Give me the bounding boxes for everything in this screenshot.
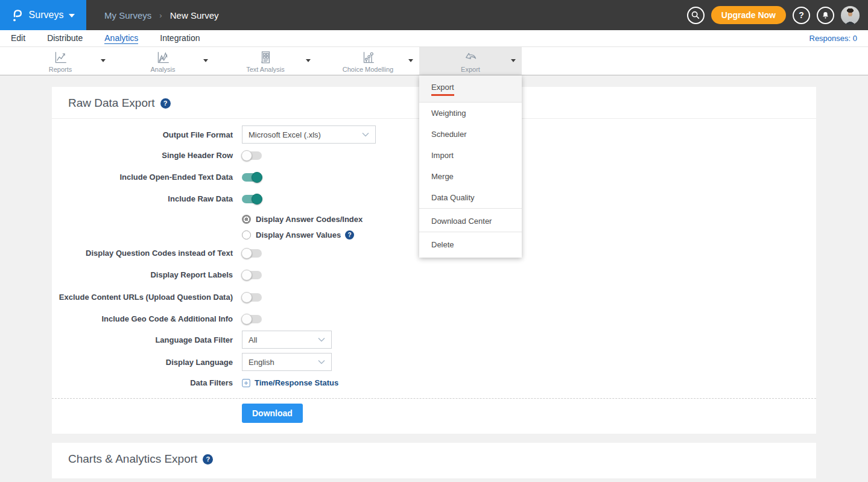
toolbar-label: Export [461, 66, 480, 73]
toolbar-analysis[interactable]: Analysis [112, 47, 214, 75]
menu-item-import[interactable]: Import [419, 145, 522, 166]
menu-item-data-quality[interactable]: Data Quality [419, 187, 522, 208]
chevron-down-icon [318, 337, 325, 342]
section-title: Charts & Analytics Export [68, 452, 197, 466]
help-icon[interactable]: ? [203, 454, 213, 465]
export-arrow-icon [463, 49, 478, 65]
toggle-knob [241, 248, 252, 259]
menu-item-weighting[interactable]: Weighting [419, 103, 522, 124]
menu-item-merge[interactable]: Merge [419, 166, 522, 187]
upgrade-now-button[interactable]: Upgrade Now [711, 6, 786, 24]
toolbar-reports[interactable]: Reports [9, 47, 112, 75]
tab-distribute[interactable]: Distribute [47, 33, 83, 44]
text-analysis-icon [258, 49, 273, 65]
chevron-down-icon [69, 14, 75, 17]
export-dropdown-menu: Export Weighting Scheduler Import Merge … [419, 75, 522, 258]
language-filter-row: Language Data Filter All [52, 331, 816, 349]
questionpro-logo-icon [11, 8, 24, 23]
open-ended-toggle[interactable] [242, 173, 262, 182]
exclude-urls-toggle[interactable] [242, 293, 262, 302]
download-row: Download [52, 399, 816, 434]
field-label: Include Raw Data [52, 194, 233, 203]
topbar-actions: Upgrade Now ? [687, 0, 868, 30]
menu-item-download-center[interactable]: Download Center [419, 208, 522, 232]
user-avatar[interactable] [841, 6, 860, 25]
radio-label: Display Answer Codes/Index [256, 215, 363, 224]
tab-integration[interactable]: Integration [160, 33, 200, 44]
toolbar-label: Text Analysis [246, 66, 285, 73]
field-label: Data Filters [52, 378, 233, 387]
tab-edit[interactable]: Edit [11, 33, 25, 44]
report-labels-toggle[interactable] [242, 271, 262, 279]
field-label: Display Report Labels [52, 270, 233, 279]
toolbar-label: Reports [49, 66, 72, 73]
toggle-knob [252, 172, 262, 183]
bell-icon [821, 11, 830, 20]
field-label: Language Data Filter [52, 335, 233, 344]
chevron-down-icon [362, 132, 369, 137]
question-codes-toggle[interactable] [242, 249, 262, 258]
toolbar-export[interactable]: Export Export Weighting Scheduler Import… [419, 47, 522, 75]
help-icon[interactable]: ? [345, 230, 354, 239]
field-label: Include Geo Code & Additional Info [52, 314, 233, 323]
chevron-down-icon[interactable] [511, 59, 516, 62]
display-language-row: Display Language English [52, 353, 816, 371]
select-value: Microsoft Excel (.xls) [249, 130, 321, 139]
notifications-button[interactable] [817, 7, 834, 24]
toggle-knob [241, 314, 252, 325]
top-bar: Surveys My Surveys › New Survey Upgrade … [0, 0, 868, 30]
menu-item-scheduler[interactable]: Scheduler [419, 124, 522, 145]
help-button[interactable]: ? [793, 7, 810, 24]
select-value: English [249, 358, 274, 367]
download-button[interactable]: Download [242, 404, 303, 423]
toggle-knob [241, 270, 252, 281]
field-label: Exclude Content URLs (Upload Question Da… [52, 293, 233, 302]
language-filter-select[interactable]: All [242, 331, 332, 349]
toolbar-choice-modelling[interactable]: Choice Modelling [317, 47, 419, 75]
data-filters-row: Data Filters Time/Response Status [52, 378, 816, 387]
answer-codes-radio[interactable] [242, 215, 251, 224]
plus-square-icon [242, 379, 250, 387]
toggle-knob [241, 150, 252, 161]
breadcrumb-my-surveys[interactable]: My Surveys [104, 10, 151, 21]
field-label: Include Open-Ended Text Data [52, 173, 233, 182]
field-label: Display Language [52, 358, 233, 367]
toolbar-text-analysis[interactable]: Text Analysis [214, 47, 317, 75]
raw-data-toggle[interactable] [242, 195, 262, 203]
tab-analytics[interactable]: Analytics [104, 33, 138, 44]
search-icon [691, 10, 700, 20]
chevron-down-icon[interactable] [306, 59, 311, 62]
chevron-down-icon[interactable] [101, 59, 106, 62]
chevron-down-icon [318, 360, 325, 364]
survey-nav-tabs: Edit Distribute Analytics Integration [11, 33, 200, 44]
link-label: Time/Response Status [255, 378, 338, 387]
menu-item-export[interactable]: Export [419, 75, 522, 103]
help-icon[interactable]: ? [160, 98, 171, 109]
output-format-select[interactable]: Microsoft Excel (.xls) [242, 125, 376, 144]
report-labels-row: Display Report Labels [52, 270, 816, 279]
toolbar-label: Choice Modelling [343, 66, 393, 73]
single-header-toggle[interactable] [242, 151, 262, 160]
charts-analytics-export-card: Charts & Analytics Export ? [52, 443, 816, 478]
display-language-select[interactable]: English [242, 353, 332, 371]
charts-export-header: Charts & Analytics Export ? [52, 443, 816, 474]
choice-modelling-icon [360, 49, 376, 65]
chevron-down-icon[interactable] [408, 59, 413, 62]
answer-values-radio[interactable] [242, 230, 251, 239]
toggle-knob [241, 292, 252, 303]
reports-chart-icon [52, 49, 68, 65]
survey-nav: Edit Distribute Analytics Integration Re… [0, 30, 868, 47]
time-response-status-link[interactable]: Time/Response Status [242, 378, 338, 387]
field-label: Output File Format [52, 130, 233, 139]
toggle-knob [252, 194, 262, 205]
surveys-brand-menu[interactable]: Surveys [0, 0, 86, 30]
menu-item-delete[interactable]: Delete [419, 232, 522, 255]
field-label: Display Question Codes instead of Text [52, 249, 233, 258]
toolbar-label: Analysis [151, 66, 176, 73]
geo-code-toggle[interactable] [242, 315, 262, 323]
chevron-down-icon[interactable] [203, 59, 208, 62]
breadcrumb-current-survey: New Survey [170, 10, 219, 21]
analytics-toolbar: Reports Analysis Text [0, 47, 868, 75]
select-value: All [249, 335, 257, 344]
search-button[interactable] [687, 7, 705, 24]
